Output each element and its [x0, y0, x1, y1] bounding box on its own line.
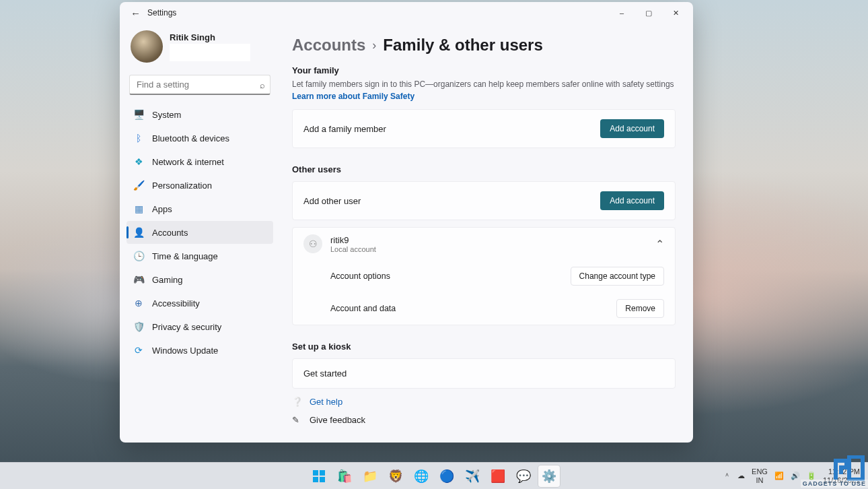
sidebar-item-privacy-security[interactable]: 🛡️Privacy & security — [126, 315, 273, 338]
chevron-up-icon: ⌃ — [655, 238, 664, 251]
tray-onedrive-icon[interactable]: ☁ — [737, 471, 745, 480]
nav-icon: 🎮 — [133, 274, 144, 285]
kiosk-get-started-label: Get started — [303, 368, 347, 379]
add-family-card: Add a family member Add account — [292, 109, 676, 148]
settings-window: ← Settings – ▢ ✕ Ritik Singh ⌕ 🖥️Systemᛒ… — [120, 2, 693, 443]
taskbar-app-hangouts[interactable]: 💬 — [513, 465, 534, 487]
titlebar: ← Settings – ▢ ✕ — [120, 2, 693, 24]
get-help-link[interactable]: Get help — [310, 397, 342, 407]
tray-wifi-icon[interactable]: 📶 — [774, 471, 784, 480]
account-data-label: Account and data — [330, 304, 396, 313]
window-title: Settings — [147, 8, 176, 18]
taskbar-app-brave[interactable]: 🦁 — [385, 465, 406, 487]
nav-list: 🖥️SystemᛒBluetooth & devices❖Network & i… — [126, 103, 273, 362]
sidebar-item-personalization[interactable]: 🖌️Personalization — [126, 174, 273, 197]
nav-icon: ⊕ — [133, 298, 144, 308]
nav-icon: 👤 — [133, 227, 144, 238]
sidebar-item-network-internet[interactable]: ❖Network & internet — [126, 150, 273, 173]
breadcrumb: Accounts › Family & other users — [292, 36, 676, 55]
kiosk-card[interactable]: Get started — [292, 358, 676, 389]
main-content: Accounts › Family & other users Your fam… — [280, 24, 693, 443]
sidebar-item-apps[interactable]: ▦Apps — [126, 197, 273, 220]
svg-rect-4 — [849, 457, 863, 480]
nav-label: Personalization — [152, 181, 212, 191]
sidebar: Ritik Singh ⌕ 🖥️SystemᛒBluetooth & devic… — [120, 24, 280, 443]
taskbar-app-edge[interactable]: 🔵 — [436, 465, 458, 487]
nav-icon: ❖ — [133, 156, 144, 167]
remove-account-button[interactable]: Remove — [616, 299, 664, 318]
sidebar-item-system[interactable]: 🖥️System — [126, 103, 273, 126]
taskbar-app-zoho[interactable]: 🟥 — [487, 465, 509, 487]
nav-icon: ᛒ — [133, 133, 144, 143]
other-user-name: ritik9 — [330, 235, 376, 245]
nav-label: Time & language — [152, 251, 218, 261]
sidebar-item-accessibility[interactable]: ⊕Accessibility — [126, 292, 273, 315]
taskbar-app-1[interactable]: 🛍️ — [334, 465, 355, 487]
sidebar-item-gaming[interactable]: 🎮Gaming — [126, 268, 273, 291]
breadcrumb-parent[interactable]: Accounts — [292, 36, 365, 55]
taskbar-app-chrome[interactable]: 🌐 — [410, 465, 432, 487]
other-user-expanded-card: ⚇ ritik9 Local account ⌃ Account options… — [292, 227, 676, 325]
chevron-right-icon: › — [372, 38, 376, 53]
svg-rect-2 — [313, 477, 318, 482]
maximize-button[interactable]: ▢ — [635, 3, 662, 22]
minimize-button[interactable]: – — [608, 3, 635, 22]
nav-label: Accounts — [152, 228, 188, 238]
other-users-title: Other users — [292, 164, 676, 174]
nav-label: Apps — [152, 204, 172, 214]
back-button[interactable]: ← — [131, 7, 141, 19]
add-other-user-label: Add other user — [303, 196, 361, 206]
give-feedback-link[interactable]: Give feedback — [310, 415, 365, 425]
sidebar-item-time-language[interactable]: 🕒Time & language — [126, 244, 273, 267]
get-help-row[interactable]: ❔ Get help — [292, 397, 676, 407]
feedback-icon: ✎ — [292, 415, 303, 425]
change-account-type-button[interactable]: Change account type — [571, 267, 664, 286]
tray-chevron-icon[interactable]: ＾ — [723, 471, 731, 481]
svg-rect-3 — [320, 477, 325, 482]
taskbar: 🛍️ 📁 🦁 🌐 🔵 ✈️ 🟥 💬 ⚙️ ＾ ☁ ENG IN 📶 🔊 🔋 11… — [0, 462, 868, 489]
learn-more-link[interactable]: Learn more about Family Safety — [292, 92, 414, 101]
add-family-button[interactable]: Add account — [600, 119, 664, 138]
tray-volume-icon[interactable]: 🔊 — [791, 471, 800, 480]
sidebar-item-bluetooth-devices[interactable]: ᛒBluetooth & devices — [126, 127, 273, 150]
taskbar-pinned-apps: 🛍️ 📁 🦁 🌐 🔵 ✈️ 🟥 💬 ⚙️ — [308, 465, 560, 487]
watermark-logo — [833, 455, 865, 481]
taskbar-app-settings[interactable]: ⚙️ — [538, 465, 560, 487]
breadcrumb-current: Family & other users — [383, 36, 542, 55]
user-profile[interactable]: Ritik Singh — [126, 26, 273, 69]
help-icon: ❔ — [292, 397, 303, 407]
account-options-label: Account options — [330, 271, 390, 281]
nav-label: Privacy & security — [152, 322, 221, 332]
sidebar-item-windows-update[interactable]: ⟳Windows Update — [126, 339, 273, 362]
give-feedback-row[interactable]: ✎ Give feedback — [292, 415, 676, 425]
nav-icon: 🛡️ — [133, 321, 144, 332]
family-desc-text: Let family members sign in to this PC—or… — [292, 79, 674, 89]
family-section-desc: Let family members sign in to this PC—or… — [292, 78, 676, 102]
user-email-redacted — [170, 44, 250, 61]
other-user-type: Local account — [330, 245, 376, 253]
taskbar-app-telegram[interactable]: ✈️ — [462, 465, 483, 487]
nav-icon: 🖥️ — [133, 109, 144, 120]
nav-icon: 🕒 — [133, 251, 144, 261]
nav-label: Accessibility — [152, 298, 200, 308]
add-other-user-card: Add other user Add account — [292, 181, 676, 220]
account-options-row: Account options Change account type — [293, 260, 675, 292]
sidebar-item-accounts[interactable]: 👤Accounts — [126, 221, 273, 244]
tray-lang-line2: IN — [752, 476, 768, 484]
search-icon: ⌕ — [260, 80, 265, 90]
add-family-label: Add a family member — [303, 124, 386, 134]
start-button[interactable] — [308, 465, 330, 487]
nav-icon: ⟳ — [133, 345, 144, 356]
close-button[interactable]: ✕ — [662, 3, 689, 22]
add-other-user-button[interactable]: Add account — [600, 191, 664, 210]
nav-label: System — [152, 110, 181, 120]
search-input[interactable] — [129, 75, 270, 95]
nav-icon: 🖌️ — [133, 180, 144, 191]
nav-label: Network & internet — [152, 157, 224, 167]
other-user-header[interactable]: ⚇ ritik9 Local account ⌃ — [293, 228, 675, 260]
tray-language[interactable]: ENG IN — [752, 467, 768, 484]
taskbar-app-explorer[interactable]: 📁 — [359, 465, 381, 487]
svg-rect-0 — [313, 470, 318, 476]
svg-rect-1 — [320, 470, 325, 476]
watermark-text: GADGETS TO USE — [801, 480, 868, 488]
